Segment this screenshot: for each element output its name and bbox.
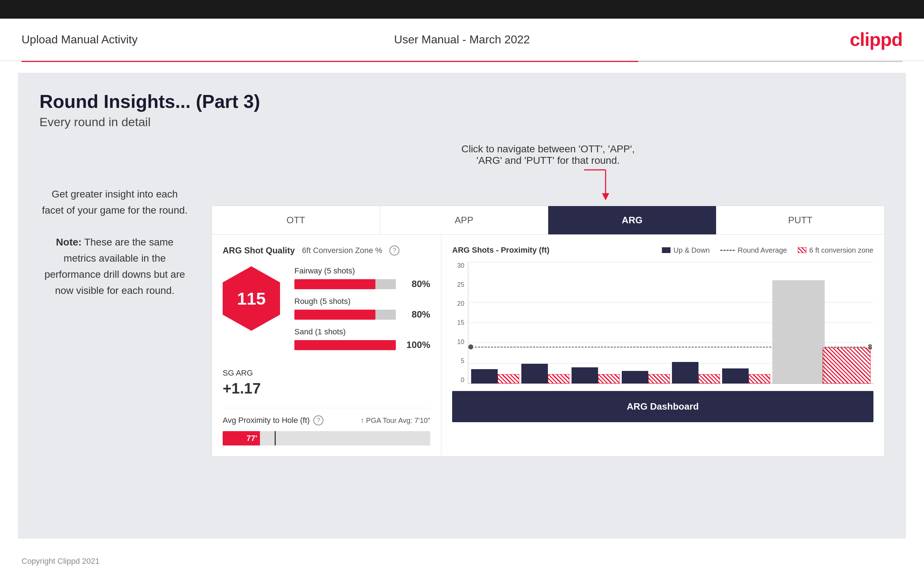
bar-group-2 <box>521 364 569 384</box>
bar-group-7 <box>772 280 821 384</box>
bar-group-3-hatch <box>598 374 620 384</box>
bar-group-6-hatch <box>749 374 770 384</box>
section-header: ARG Shot Quality 6ft Conversion Zone % ? <box>223 245 430 256</box>
tab-arg[interactable]: ARG <box>548 206 716 234</box>
bar-rough-container: 80% <box>294 309 430 320</box>
bar-group-2-hatch <box>548 374 569 384</box>
legend-6ft-icon <box>798 247 806 253</box>
bar-group-8 <box>822 348 871 384</box>
content-layout: Get greater insight into each facet of y… <box>39 143 885 456</box>
clippd-logo: clippd <box>850 29 903 50</box>
bar-group-4-dark <box>622 371 648 384</box>
bar-group-1-hatch <box>498 374 519 384</box>
bar-rough-track <box>294 309 396 320</box>
header: Upload Manual Activity User Manual - Mar… <box>0 19 924 61</box>
header-divider <box>21 61 903 62</box>
sg-label: SG ARG <box>223 368 430 378</box>
bar-fairway-label: Fairway (5 shots) <box>294 266 430 276</box>
annotation-line1: Click to navigate between 'OTT', 'APP', <box>212 143 885 155</box>
legend-round-avg: Round Average <box>720 246 787 255</box>
legend-updown-label: Up & Down <box>674 246 709 255</box>
upload-manual-label[interactable]: Upload Manual Activity <box>21 33 138 46</box>
manual-date-label: User Manual - March 2022 <box>394 33 530 46</box>
bar-sand-pct: 100% <box>402 339 430 350</box>
bar-fairway-container: 80% <box>294 279 430 290</box>
bar-fairway: Fairway (5 shots) 80% <box>294 266 430 290</box>
y-15: 15 <box>452 319 464 327</box>
svg-marker-2 <box>602 193 609 200</box>
arrow-annotation <box>312 166 885 202</box>
bar-group-6 <box>722 368 770 384</box>
bar-group-3-dark <box>572 367 598 384</box>
tab-ott[interactable]: OTT <box>212 206 380 234</box>
section-title: ARG Shot Quality <box>223 245 295 256</box>
proximity-label: Avg Proximity to Hole (ft) <box>223 416 310 425</box>
pga-avg-label: ↑ PGA Tour Avg: 7'10" <box>360 416 430 425</box>
bar-sand-track <box>294 340 396 350</box>
top-bar <box>0 0 924 19</box>
bar-rough: Rough (5 shots) 80% <box>294 297 430 320</box>
y-axis: 30 25 20 15 10 5 0 <box>452 262 468 384</box>
bar-group-2-dark <box>521 364 548 384</box>
bar-group-5-hatch <box>698 374 720 384</box>
arg-dashboard-button[interactable]: ARG Dashboard <box>452 391 874 422</box>
proximity-help-icon[interactable]: ? <box>313 415 323 425</box>
right-panel: Click to navigate between 'OTT', 'APP', … <box>212 143 885 456</box>
dashboard-card: OTT APP ARG PUTT ARG Shot Quality 6ft Co… <box>212 206 885 456</box>
bar-group-5 <box>672 362 720 384</box>
bar-sand-fill <box>294 340 396 350</box>
help-icon[interactable]: ? <box>389 245 399 256</box>
bar-group-1 <box>471 369 519 384</box>
bar-fairway-fill <box>294 279 375 289</box>
chart-wrapper: 30 25 20 15 10 5 0 <box>452 262 874 384</box>
legend-round-avg-label: Round Average <box>738 246 787 255</box>
y-5: 5 <box>452 357 464 365</box>
tab-putt[interactable]: PUTT <box>716 206 884 234</box>
sg-value: +1.17 <box>223 380 430 397</box>
legend-updown: Up & Down <box>662 246 709 255</box>
footer: Copyright Clippd 2021 <box>0 550 924 573</box>
score-area: 115 Fairway (5 shots) <box>223 266 430 358</box>
bar-sand: Sand (1 shots) 100% <box>294 327 430 350</box>
bar-group-5-dark <box>672 362 698 384</box>
y-0: 0 <box>452 376 464 384</box>
proximity-title: Avg Proximity to Hole (ft) ? <box>223 415 323 425</box>
bar-rough-label: Rough (5 shots) <box>294 297 430 306</box>
legend-round-avg-icon <box>720 250 735 251</box>
proximity-bar-container: 77' <box>223 431 430 445</box>
bar-fairway-pct: 80% <box>402 279 430 290</box>
tab-app[interactable]: APP <box>380 206 548 234</box>
legend-6ft-label: 6 ft conversion zone <box>809 246 874 255</box>
bar-fairway-track <box>294 279 396 289</box>
bar-group-3 <box>572 367 620 384</box>
chart-header: ARG Shots - Proximity (ft) Up & Down Rou… <box>452 245 874 255</box>
annotation-container: Click to navigate between 'OTT', 'APP', … <box>212 143 885 202</box>
copyright-text: Copyright Clippd 2021 <box>21 556 100 566</box>
hexagon-score-wrapper: 115 <box>223 266 280 331</box>
proximity-value: 77' <box>247 434 257 443</box>
main-content: Round Insights... (Part 3) Every round i… <box>18 73 906 539</box>
cursor-line <box>275 431 276 445</box>
page-title: Round Insights... (Part 3) <box>39 91 885 112</box>
proximity-bar-track: 77' <box>223 431 430 445</box>
bar-group-8-hatch <box>822 348 871 384</box>
legend-6ft: 6 ft conversion zone <box>798 246 874 255</box>
bar-group-4 <box>622 371 670 384</box>
y-10: 10 <box>452 338 464 346</box>
sg-section: SG ARG +1.17 <box>223 368 430 397</box>
bar-rough-pct: 80% <box>402 309 430 320</box>
bar-group-6-dark <box>722 368 749 384</box>
section-subtitle: 6ft Conversion Zone % <box>302 246 382 255</box>
gridline-30 <box>468 262 874 282</box>
chart-legend: Up & Down Round Average 6 ft conversion … <box>662 246 874 255</box>
bar-sand-label: Sand (1 shots) <box>294 327 430 337</box>
proximity-section: Avg Proximity to Hole (ft) ? ↑ PGA Tour … <box>223 408 430 445</box>
bar-sand-container: 100% <box>294 339 430 350</box>
bars-section: Fairway (5 shots) 80% <box>294 266 430 358</box>
y-30: 30 <box>452 262 464 269</box>
tabs-container: OTT APP ARG PUTT <box>212 206 884 235</box>
page-subtitle: Every round in detail <box>39 115 885 129</box>
y-20: 20 <box>452 300 464 308</box>
proximity-header: Avg Proximity to Hole (ft) ? ↑ PGA Tour … <box>223 415 430 425</box>
insight-text: Get greater insight into each facet of y… <box>39 186 190 299</box>
